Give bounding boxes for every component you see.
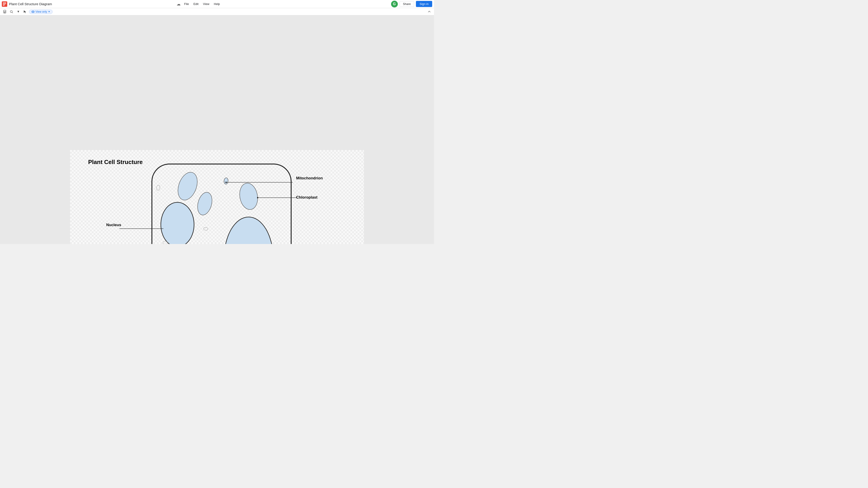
chloroplast-label: Chloroplast bbox=[296, 195, 317, 200]
view-only-label: View only bbox=[35, 10, 47, 13]
svg-marker-11 bbox=[18, 11, 19, 13]
svg-rect-0 bbox=[2, 1, 7, 7]
toolbar: View only ▼ bbox=[0, 8, 434, 15]
diagram-title: Plant Cell Structure bbox=[88, 159, 143, 166]
menu-bar: File Edit View Help bbox=[182, 2, 222, 6]
menu-help[interactable]: Help bbox=[212, 2, 222, 6]
svg-rect-3 bbox=[3, 4, 5, 5]
cloud-icon: ☁ bbox=[177, 2, 181, 6]
doc-title: Plant Cell Structure Diagram bbox=[9, 2, 175, 6]
menu-view[interactable]: View bbox=[201, 2, 211, 6]
panel-collapse-button[interactable] bbox=[426, 9, 432, 15]
dropdown-arrow: ▼ bbox=[48, 10, 50, 13]
mitochondrion-line bbox=[226, 179, 298, 186]
app-icon bbox=[2, 1, 7, 7]
main-content: Plant Cell Structure bbox=[0, 15, 434, 244]
zoom-button[interactable] bbox=[8, 9, 14, 15]
svg-rect-7 bbox=[4, 12, 5, 12]
svg-rect-2 bbox=[3, 3, 6, 4]
nucleus-label: Nucleus bbox=[106, 223, 121, 227]
svg-marker-12 bbox=[24, 10, 26, 13]
diagram-slide: Plant Cell Structure bbox=[70, 150, 364, 244]
user-avatar: G bbox=[391, 1, 398, 7]
nucleus bbox=[160, 202, 194, 244]
diagram-area: Plant Cell Structure bbox=[70, 150, 364, 244]
mitochondrion-label: Mitochondrion bbox=[296, 176, 323, 181]
menu-edit[interactable]: Edit bbox=[192, 2, 200, 6]
share-button[interactable]: Share bbox=[400, 1, 414, 7]
zoom-dropdown[interactable] bbox=[16, 9, 21, 15]
nucleus-line bbox=[119, 226, 164, 231]
print-button[interactable] bbox=[2, 9, 8, 15]
view-only-badge[interactable]: View only ▼ bbox=[29, 9, 53, 14]
top-right-actions: G Share Sign in bbox=[391, 1, 432, 7]
svg-point-14 bbox=[33, 11, 33, 12]
svg-rect-5 bbox=[4, 10, 6, 12]
vesicle-3 bbox=[162, 241, 168, 244]
svg-rect-1 bbox=[3, 2, 6, 3]
menu-file[interactable]: File bbox=[182, 2, 191, 6]
svg-point-9 bbox=[10, 10, 12, 12]
eye-icon bbox=[31, 10, 35, 13]
svg-rect-4 bbox=[3, 5, 4, 6]
svg-point-16 bbox=[225, 182, 227, 183]
svg-point-18 bbox=[257, 197, 258, 198]
topbar: Plant Cell Structure Diagram ☁ File Edit… bbox=[0, 0, 434, 8]
signin-button[interactable]: Sign in bbox=[416, 1, 432, 7]
svg-line-10 bbox=[12, 12, 13, 13]
cursor-tool[interactable] bbox=[22, 9, 28, 15]
